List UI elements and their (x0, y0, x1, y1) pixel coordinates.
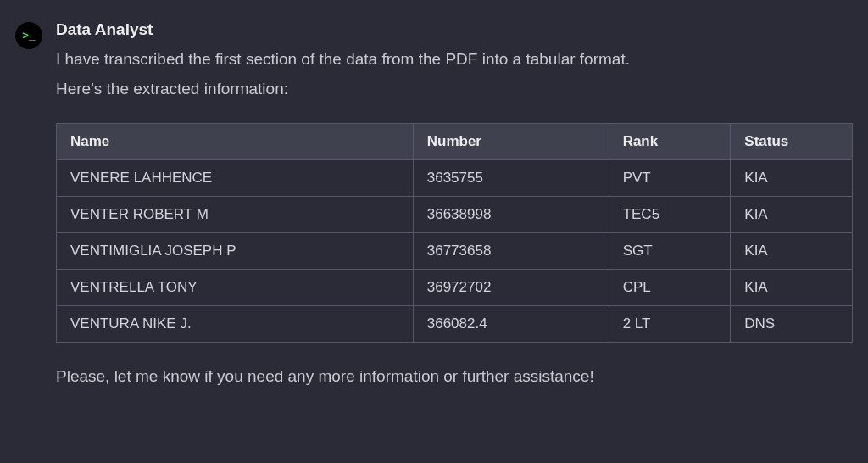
cell-number: 36638998 (413, 197, 609, 233)
col-header-name: Name (57, 124, 414, 160)
table-row: VENTRELLA TONY 36972702 CPL KIA (57, 270, 853, 306)
col-header-status: Status (731, 124, 853, 160)
assistant-avatar: >_ (15, 22, 42, 49)
cell-status: KIA (731, 233, 853, 270)
table-header-row: Name Number Rank Status (57, 124, 853, 160)
assistant-name: Data Analyst (56, 20, 853, 39)
col-header-number: Number (413, 124, 609, 160)
intro-text-2: Here's the extracted information: (56, 77, 853, 102)
cell-name: VENTER ROBERT M (57, 197, 414, 233)
cell-name: VENTIMIGLIA JOSEPH P (57, 233, 414, 270)
cell-name: VENTURA NIKE J. (57, 306, 414, 343)
cell-status: KIA (731, 270, 853, 306)
terminal-icon: >_ (22, 31, 36, 42)
cell-status: DNS (731, 306, 853, 343)
cell-rank: CPL (609, 270, 731, 306)
intro-text-1: I have transcribed the first section of … (56, 47, 853, 72)
cell-number: 3635755 (413, 160, 609, 197)
cell-name: VENTRELLA TONY (57, 270, 414, 306)
cell-number: 36972702 (413, 270, 609, 306)
chat-message: >_ Data Analyst I have transcribed the f… (0, 0, 868, 416)
cell-number: 366082.4 (413, 306, 609, 343)
cell-rank: SGT (609, 233, 731, 270)
cell-status: KIA (731, 197, 853, 233)
table-row: VENTURA NIKE J. 366082.4 2 LT DNS (57, 306, 853, 343)
cell-name: VENERE LAHHENCE (57, 160, 414, 197)
message-content: Data Analyst I have transcribed the firs… (56, 20, 853, 396)
data-table: Name Number Rank Status VENERE LAHHENCE … (56, 123, 853, 343)
col-header-rank: Rank (609, 124, 731, 160)
cell-rank: 2 LT (609, 306, 731, 343)
cell-number: 36773658 (413, 233, 609, 270)
outro-text: Please, let me know if you need any more… (56, 365, 853, 389)
table-row: VENTER ROBERT M 36638998 TEC5 KIA (57, 197, 853, 233)
cell-rank: TEC5 (609, 197, 731, 233)
table-row: VENERE LAHHENCE 3635755 PVT KIA (57, 160, 853, 197)
cell-status: KIA (731, 160, 853, 197)
table-row: VENTIMIGLIA JOSEPH P 36773658 SGT KIA (57, 233, 853, 270)
cell-rank: PVT (609, 160, 731, 197)
